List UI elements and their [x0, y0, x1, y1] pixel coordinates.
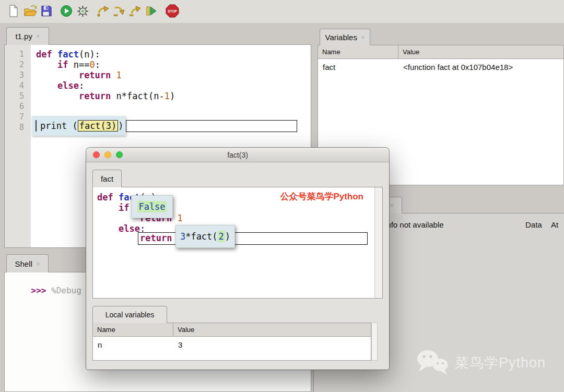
- popup-titlebar[interactable]: fact(3): [86, 148, 389, 162]
- minimize-window-button[interactable]: [104, 151, 111, 158]
- eval-mid: *fact(: [185, 231, 217, 242]
- line-number: 5: [5, 91, 31, 101]
- column-header-value[interactable]: Value: [173, 323, 198, 336]
- toolbar: STOP: [0, 0, 564, 23]
- tab-fact-label: fact: [101, 174, 113, 183]
- code-line: [36, 101, 311, 112]
- footer-watermark-text: 菜鸟学Python: [455, 353, 546, 372]
- tab-fact-frame[interactable]: fact: [92, 170, 122, 187]
- code-line: else:: [36, 80, 311, 91]
- inspector-message: info not available: [385, 220, 444, 229]
- eval-value: 2: [218, 231, 225, 242]
- line-number: 1: [5, 49, 31, 60]
- new-file-icon: [7, 4, 20, 18]
- condition-value: False: [137, 201, 166, 212]
- tab-shell[interactable]: Shell ×: [6, 254, 49, 272]
- code-line: def fact(n):: [36, 49, 311, 60]
- tab-local-variables[interactable]: Local variables: [92, 306, 167, 323]
- line-number: 7: [5, 112, 31, 122]
- wechat-icon: [415, 349, 450, 377]
- step-into-icon: [113, 6, 127, 17]
- debug-bug-icon: [76, 5, 89, 18]
- cell-value: 3: [173, 340, 182, 349]
- tab-t1py-label: t1.py: [15, 32, 32, 41]
- variables-table-header: Name Value: [318, 45, 564, 59]
- code-line: return 1: [36, 70, 311, 80]
- code-line: return n*fact(n-1): [36, 91, 311, 101]
- cell-value: <function fact at 0x107b04e18>: [398, 63, 513, 72]
- footer-watermark: 菜鸟学Python: [415, 349, 546, 377]
- stop-icon: STOP: [166, 4, 179, 18]
- column-header-value[interactable]: Value: [398, 45, 424, 58]
- new-file-button[interactable]: [6, 4, 21, 18]
- close-window-button[interactable]: [93, 151, 100, 158]
- tab-close-icon[interactable]: ×: [390, 201, 394, 209]
- debug-statement-rect: [126, 120, 297, 132]
- code-line: if n==0:: [36, 60, 311, 70]
- expression-eval-tooltip: 3*fact(2): [175, 225, 235, 248]
- zoom-window-button[interactable]: [116, 151, 123, 158]
- save-icon: [40, 5, 52, 17]
- tab-close-icon[interactable]: ×: [361, 33, 365, 41]
- step-over-button[interactable]: [96, 4, 111, 18]
- tab-shell-label: Shell: [15, 259, 32, 268]
- line-number: 2: [5, 60, 31, 70]
- open-folder-icon: [24, 5, 38, 17]
- eval-post: ): [225, 231, 230, 242]
- line-number: 8: [5, 122, 31, 133]
- run-icon: [60, 5, 73, 17]
- line-number: 4: [5, 80, 31, 91]
- text-cursor: [36, 120, 37, 132]
- tab-t1py[interactable]: t1.py ×: [6, 27, 49, 45]
- step-over-icon: [97, 6, 111, 17]
- cell-name: fact: [318, 63, 398, 72]
- stop-button[interactable]: STOP: [165, 4, 180, 18]
- statement-prefix: print (: [40, 121, 78, 131]
- line-number-gutter: 12345678: [5, 45, 31, 247]
- line-number: 6: [5, 101, 31, 112]
- active-statement-box: return: [138, 232, 368, 245]
- tab-variables[interactable]: Variables ×: [320, 29, 370, 45]
- run-button[interactable]: [59, 4, 74, 18]
- open-file-button[interactable]: [23, 4, 38, 18]
- column-header-name[interactable]: Name: [318, 45, 398, 58]
- active-statement-box: print (fact(3)): [32, 116, 126, 136]
- resume-button[interactable]: [144, 4, 159, 18]
- debug-button[interactable]: [75, 4, 90, 18]
- step-out-button[interactable]: [128, 4, 143, 18]
- locals-table-body[interactable]: n3: [92, 337, 371, 361]
- inspector-attributes-tab[interactable]: At: [551, 220, 558, 229]
- column-header-name[interactable]: Name: [93, 323, 173, 336]
- scrollbar[interactable]: [374, 187, 382, 298]
- resume-icon: [145, 5, 158, 17]
- step-into-button[interactable]: [112, 4, 127, 18]
- tab-close-icon[interactable]: ×: [36, 32, 40, 40]
- line-number: 3: [5, 70, 31, 80]
- red-watermark: 公众号菜鸟学Python: [280, 191, 363, 203]
- evaluated-expression: fact(3): [78, 120, 119, 132]
- eval-pre: 3: [180, 231, 185, 242]
- condition-value-tooltip: False: [131, 195, 173, 218]
- tab-local-variables-label: Local variables: [105, 311, 154, 319]
- save-file-button[interactable]: [39, 4, 53, 18]
- popup-title: fact(3): [227, 151, 248, 159]
- popup-code-area[interactable]: def fact(n): if n==0: return 1 else: 公众号…: [92, 187, 383, 299]
- statement-suffix: ): [118, 121, 123, 131]
- cell-name: n: [93, 340, 173, 349]
- debug-frame-window[interactable]: fact(3) fact def fact(n): if n==0: retur…: [86, 148, 389, 370]
- svg-text:STOP: STOP: [168, 9, 177, 13]
- locals-table-header: Name Value: [92, 323, 371, 337]
- inspector-data-tab[interactable]: Data: [525, 220, 542, 229]
- shell-prompt: >>>: [31, 286, 46, 295]
- statement-keyword: return: [140, 233, 172, 243]
- table-row[interactable]: n3: [93, 337, 371, 349]
- app-window: { "colors": { "keyword": "#8e155c", "fun…: [0, 0, 564, 392]
- scrollbar[interactable]: [371, 323, 378, 361]
- tab-variables-label: Variables: [325, 33, 357, 42]
- step-out-icon: [128, 6, 143, 17]
- table-row[interactable]: fact<function fact at 0x107b04e18>: [318, 59, 563, 72]
- tab-close-icon[interactable]: ×: [36, 260, 40, 268]
